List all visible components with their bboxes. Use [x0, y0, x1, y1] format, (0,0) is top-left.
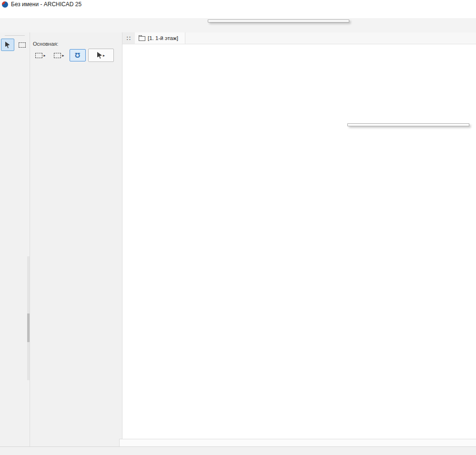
menu-bar [0, 9, 476, 18]
folder-icon [139, 36, 145, 41]
flyout-arrow-icon: ▸ [62, 53, 64, 58]
infobox-magnet-button[interactable]: Ω [70, 49, 86, 61]
toolbox-divider [5, 35, 25, 36]
bottom-toolbar-strip [0, 446, 476, 455]
cursor-arrow-icon [97, 52, 102, 59]
marquee-icon [19, 42, 26, 48]
title-bar: Без имени - ARCHICAD 25 [0, 0, 476, 9]
toolbox-panel [0, 32, 30, 447]
tab-floor-plan[interactable]: [1. 1-й этаж] [135, 32, 185, 44]
marquee-tool[interactable] [16, 39, 29, 51]
cursor-arrow-icon [5, 41, 10, 48]
toolbox-scrollbar-thumb[interactable] [27, 313, 30, 342]
selection-tools-row [0, 38, 30, 53]
flyout-arrow-icon: ▸ [43, 53, 45, 58]
infobox-marquee-method-button[interactable]: ▸ [32, 49, 49, 61]
archicad-window: Без имени - ARCHICAD 25 Основная: ▸ ▸ [0, 0, 476, 455]
info-box-panel: Основная: ▸ ▸ Ω ▸ [30, 32, 122, 447]
arrow-tool[interactable] [1, 39, 14, 51]
panels-submenu [347, 123, 469, 126]
tab-bar: ∷ [1. 1-й этаж] [122, 32, 476, 44]
info-box-label: Основная: [30, 32, 122, 49]
infobox-arrow-flyout-button[interactable]: ▸ [88, 49, 114, 62]
toolbox-scrollbar[interactable] [27, 256, 30, 380]
tab-label: [1. 1-й этаж] [148, 35, 178, 41]
magnet-icon: Ω [75, 51, 80, 59]
workspace: Основная: ▸ ▸ Ω ▸ ∷ [0, 32, 476, 447]
info-box-buttons: ▸ ▸ Ω ▸ [30, 49, 122, 62]
selection-method-icon [54, 53, 61, 58]
marquee-method-icon [35, 53, 42, 58]
flyout-arrow-icon: ▸ [103, 53, 105, 58]
window-menu-dropdown [208, 20, 349, 22]
archicad-logo-icon [2, 1, 8, 8]
drawing-area[interactable] [122, 44, 476, 447]
quick-options-button[interactable]: ∷ [122, 32, 135, 44]
infobox-selection-method-button[interactable]: ▸ [51, 49, 67, 61]
window-title: Без имени - ARCHICAD 25 [11, 1, 81, 8]
canvas-area: ∷ [1. 1-й этаж] [122, 32, 476, 447]
